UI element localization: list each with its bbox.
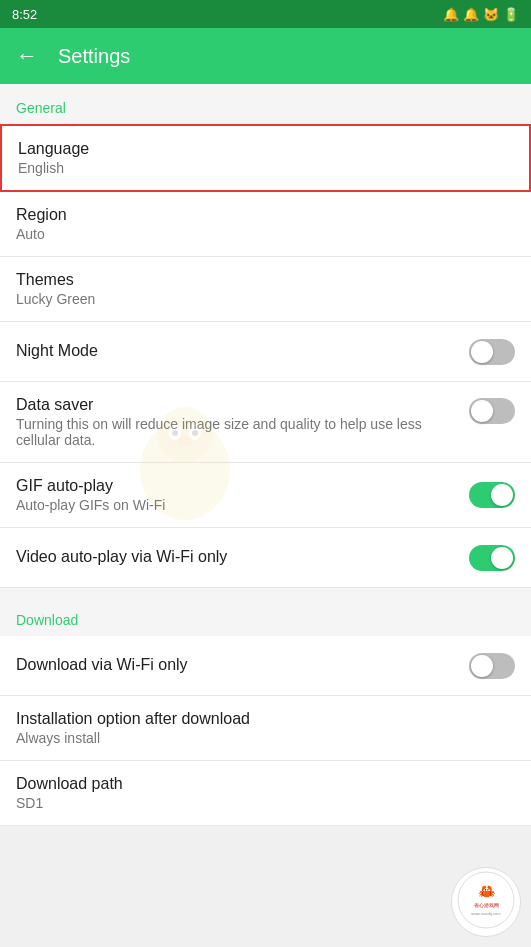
setting-themes-title: Themes (16, 271, 515, 289)
gif-autoplay-toggle[interactable] (469, 482, 515, 508)
svg-text:www.cssxbj.com: www.cssxbj.com (471, 911, 501, 916)
bottom-watermark: 🦀 省心游戏网 www.cssxbj.com (451, 867, 521, 937)
status-time: 8:52 (12, 7, 37, 22)
section-divider (0, 588, 531, 596)
data-saver-toggle[interactable] (469, 398, 515, 424)
setting-item-themes-text: Themes Lucky Green (16, 271, 515, 307)
setting-gif-title: GIF auto-play (16, 477, 469, 495)
setting-night-mode-title: Night Mode (16, 342, 469, 360)
setting-item-installation-option[interactable]: Installation option after download Alway… (0, 696, 531, 761)
notification-icon-1: 🔔 (443, 7, 459, 22)
download-wifi-toggle[interactable] (469, 653, 515, 679)
setting-installation-title: Installation option after download (16, 710, 515, 728)
setting-region-title: Region (16, 206, 515, 224)
setting-themes-subtitle: Lucky Green (16, 291, 515, 307)
video-autoplay-toggle[interactable] (469, 545, 515, 571)
video-autoplay-toggle-knob (491, 547, 513, 569)
setting-item-data-saver-text: Data saver Turning this on will reduce i… (16, 396, 457, 448)
setting-item-video-autoplay[interactable]: Video auto-play via Wi-Fi only (0, 528, 531, 588)
setting-download-path-title: Download path (16, 775, 515, 793)
setting-item-night-mode[interactable]: Night Mode (0, 322, 531, 382)
setting-download-path-subtitle: SD1 (16, 795, 515, 811)
setting-item-video-text: Video auto-play via Wi-Fi only (16, 548, 469, 568)
setting-item-download-path[interactable]: Download path SD1 (0, 761, 531, 826)
back-button[interactable]: ← (16, 43, 38, 69)
setting-region-subtitle: Auto (16, 226, 515, 242)
notification-icon-2: 🔔 (463, 7, 479, 22)
settings-content: General Language English Region Auto The… (0, 84, 531, 826)
setting-item-gif-text: GIF auto-play Auto-play GIFs on Wi-Fi (16, 477, 469, 513)
toolbar-title: Settings (58, 45, 130, 68)
setting-download-wifi-title: Download via Wi-Fi only (16, 656, 469, 674)
night-mode-toggle[interactable] (469, 339, 515, 365)
setting-item-download-wifi[interactable]: Download via Wi-Fi only (0, 636, 531, 696)
setting-gif-subtitle: Auto-play GIFs on Wi-Fi (16, 497, 469, 513)
setting-item-themes[interactable]: Themes Lucky Green (0, 257, 531, 322)
section-header-general: General (0, 84, 531, 124)
setting-language-subtitle: English (18, 160, 513, 176)
setting-installation-subtitle: Always install (16, 730, 515, 746)
svg-point-9 (458, 872, 514, 928)
night-mode-toggle-knob (471, 341, 493, 363)
status-bar: 8:52 🔔 🔔 🐱 🔋 (0, 0, 531, 28)
setting-item-gif-autoplay[interactable]: GIF auto-play Auto-play GIFs on Wi-Fi (0, 463, 531, 528)
setting-data-saver-title: Data saver (16, 396, 457, 414)
svg-text:🦀: 🦀 (478, 883, 496, 900)
setting-language-title: Language (18, 140, 513, 158)
setting-video-title: Video auto-play via Wi-Fi only (16, 548, 469, 566)
battery-icon: 🔋 (503, 7, 519, 22)
svg-text:省心游戏网: 省心游戏网 (474, 902, 499, 908)
watermark-text: 🦀 省心游戏网 www.cssxbj.com (456, 870, 516, 934)
download-wifi-toggle-knob (471, 655, 493, 677)
setting-item-data-saver[interactable]: Data saver Turning this on will reduce i… (0, 382, 531, 463)
setting-item-language[interactable]: Language English (0, 124, 531, 192)
toolbar: ← Settings (0, 28, 531, 84)
setting-item-region-text: Region Auto (16, 206, 515, 242)
status-icons: 🔔 🔔 🐱 🔋 (443, 7, 519, 22)
data-saver-toggle-knob (471, 400, 493, 422)
section-header-download: Download (0, 596, 531, 636)
setting-data-saver-subtitle: Turning this on will reduce image size a… (16, 416, 457, 448)
setting-item-download-path-text: Download path SD1 (16, 775, 515, 811)
setting-item-night-mode-text: Night Mode (16, 342, 469, 362)
setting-item-language-text: Language English (18, 140, 513, 176)
setting-item-installation-text: Installation option after download Alway… (16, 710, 515, 746)
setting-item-region[interactable]: Region Auto (0, 192, 531, 257)
setting-item-download-wifi-text: Download via Wi-Fi only (16, 656, 469, 676)
notification-icon-3: 🐱 (483, 7, 499, 22)
gif-autoplay-toggle-knob (491, 484, 513, 506)
watermark-circle: 🦀 省心游戏网 www.cssxbj.com (451, 867, 521, 937)
